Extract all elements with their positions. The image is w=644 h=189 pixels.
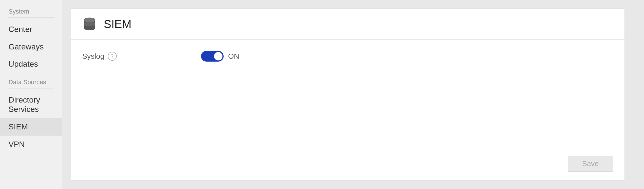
sidebar-item-directory-services[interactable]: Directory Services xyxy=(0,91,62,118)
svg-point-8 xyxy=(84,26,95,30)
sidebar-item-center[interactable]: Center xyxy=(0,21,62,38)
sidebar-item-vpn[interactable]: VPN xyxy=(0,136,62,153)
toggle-state-label: ON xyxy=(228,52,239,61)
syslog-label: Syslog xyxy=(82,52,104,61)
sidebar-item-updates[interactable]: Updates xyxy=(0,55,62,73)
content-card: SIEM Syslog ? ON xyxy=(71,8,625,181)
page-title: SIEM xyxy=(104,18,131,31)
data-sources-divider xyxy=(8,88,54,88)
sidebar: System Center Gateways Updates Data Sour… xyxy=(0,0,62,189)
syslog-row: Syslog ? ON xyxy=(82,51,613,62)
toggle-thumb xyxy=(214,52,222,60)
section-gap xyxy=(0,73,62,79)
syslog-toggle[interactable] xyxy=(201,51,224,62)
sidebar-item-gateways[interactable]: Gateways xyxy=(0,38,62,56)
toggle-container: ON xyxy=(201,51,239,62)
svg-point-7 xyxy=(84,22,95,26)
toggle-track xyxy=(201,51,224,62)
data-sources-section-label: Data Sources xyxy=(0,79,62,88)
siem-icon xyxy=(82,17,97,31)
card-footer: Save xyxy=(71,156,624,180)
save-button[interactable]: Save xyxy=(568,156,613,172)
main-content: SIEM Syslog ? ON xyxy=(62,0,644,189)
svg-point-6 xyxy=(84,18,95,22)
card-body: Syslog ? ON xyxy=(71,40,624,156)
card-header: SIEM xyxy=(71,9,624,40)
help-icon[interactable]: ? xyxy=(108,52,117,61)
system-divider xyxy=(8,18,54,18)
syslog-label-group: Syslog ? xyxy=(82,52,133,61)
system-section-label: System xyxy=(0,8,62,18)
sidebar-item-siem[interactable]: SIEM xyxy=(0,118,62,136)
